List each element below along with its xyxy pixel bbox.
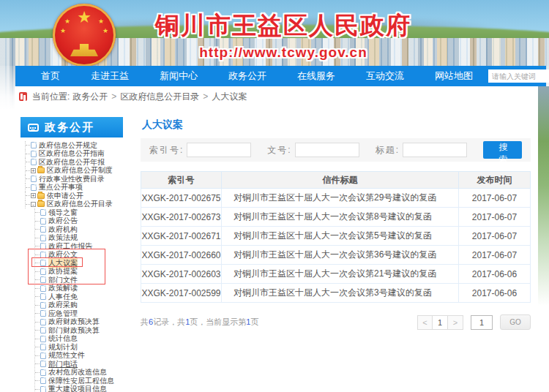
filter-groups: 索引号:文号:标题:	[149, 143, 483, 157]
record-title-link[interactable]: 对铜川市王益区十届人大一次会议第36号建议的复函	[222, 246, 459, 265]
column-header: 信件标题	[222, 172, 459, 189]
filter-label: 索引号:	[149, 144, 184, 157]
document-icon	[40, 319, 46, 325]
nav-item-3[interactable]: 政务公开	[213, 69, 282, 83]
breadcrumb-link[interactable]: 人大议案	[212, 91, 247, 102]
emblem-gate-icon	[70, 44, 98, 56]
summary-text: 页	[250, 317, 258, 326]
record-title-link[interactable]: 对铜川市王益区十届人大一次会议第3号建议的复函	[222, 284, 459, 303]
document-icon	[40, 209, 46, 216]
document-icon	[40, 336, 46, 342]
document-icon	[40, 226, 46, 233]
document-icon	[40, 285, 46, 292]
tree-item-label: 重大建设项目信息	[48, 384, 107, 392]
document-icon	[31, 142, 37, 148]
tree-connector	[26, 178, 30, 179]
record-title-link[interactable]: 对铜川市王益区十届人大一次会议第5号建议的复函	[222, 227, 459, 246]
breadcrumb-link[interactable]: 区政府信息公开目录	[120, 91, 199, 102]
nav-item-0[interactable]: 首页	[26, 69, 75, 83]
document-icon	[40, 243, 46, 249]
nav-item-4[interactable]: 在线服务	[282, 69, 351, 83]
document-icon	[31, 151, 37, 157]
goto-page-input[interactable]	[471, 315, 493, 330]
document-icon	[40, 386, 46, 392]
records-table: 索引号信件标题发布时间 XXGK-2017-002675对铜川市王益区十届人大一…	[141, 171, 531, 303]
tree-children: 领导之窗政府公告政府机构政策法规政府工作报告政府公文人大议案政协提案部门文件政策…	[34, 208, 129, 392]
tree-connector	[35, 246, 40, 246]
document-icon	[40, 268, 46, 275]
expander-icon[interactable]: +	[31, 168, 36, 173]
tree-item[interactable]: 重大建设项目信息	[35, 385, 129, 392]
site-header-text: 铜川市王益区人民政府 http://www.tcwy.gov.cn	[155, 10, 411, 61]
filter-input-0[interactable]	[187, 143, 251, 157]
national-emblem-icon: ★ ★ ★ ★ ★	[53, 4, 116, 67]
breadcrumb-prefix: 当前位置:	[32, 91, 70, 103]
emblem-small-star-icon: ★	[102, 28, 108, 34]
record-title-link[interactable]: 对铜川市王益区十届人大一次会议第29号建议的复函	[222, 189, 459, 208]
breadcrumb-separator: >	[203, 91, 208, 102]
table-row: XXGK-2017-002599对铜川市王益区十届人大一次会议第3号建议的复函2…	[141, 284, 531, 303]
filter-bar: 索引号:文号:标题: 搜 索	[141, 138, 531, 162]
tree-connector	[26, 204, 30, 205]
record-index: XXGK-2017-002675	[141, 189, 222, 208]
filter-input-1[interactable]	[295, 143, 359, 157]
record-date: 2017-06-06	[459, 265, 531, 284]
document-icon	[40, 252, 46, 258]
tree-connector	[26, 162, 30, 162]
document-icon	[40, 302, 46, 309]
tree-connector	[35, 271, 40, 272]
tree-connector	[35, 347, 40, 347]
nav-item-5[interactable]: 互动交流	[351, 69, 419, 83]
folder-icon	[37, 167, 45, 173]
nav-item-6[interactable]: 网站地图	[419, 69, 488, 83]
search-input[interactable]	[488, 69, 549, 83]
document-icon	[40, 218, 46, 225]
record-date: 2017-06-07	[459, 246, 531, 265]
current-page-button[interactable]: 1	[433, 315, 448, 330]
tree-connector	[26, 187, 30, 188]
nav-item-1[interactable]: 走进王益	[75, 69, 144, 83]
expander-icon[interactable]: +	[31, 193, 36, 198]
site-title: 铜川市王益区人民政府	[155, 10, 411, 42]
prev-page-button[interactable]: <	[417, 315, 433, 330]
table-search-button[interactable]: 搜 索	[483, 141, 522, 159]
document-icon	[40, 353, 46, 359]
go-button[interactable]: GO	[500, 314, 531, 330]
filter-group-1: 文号:	[267, 143, 359, 157]
emblem-small-star-icon: ★	[64, 18, 70, 25]
filter-label: 标题:	[376, 144, 400, 157]
record-title-link[interactable]: 对铜川市王益区十届人大一次会议第21号建议的复函	[222, 265, 459, 284]
tree-connector	[35, 279, 40, 280]
tree-connector	[35, 296, 40, 297]
record-index: XXGK-2017-002660	[141, 246, 222, 265]
nav-item-2[interactable]: 新闻中心	[144, 69, 213, 83]
document-icon	[40, 310, 46, 317]
tree-connector	[35, 263, 40, 263]
table-body: XXGK-2017-002675对铜川市王益区十届人大一次会议第29号建议的复函…	[141, 189, 531, 303]
tree-connector	[35, 330, 40, 331]
breadcrumb-link[interactable]: 政务公开	[72, 91, 108, 102]
document-icon	[31, 184, 37, 191]
document-icon	[31, 176, 37, 182]
emblem-small-star-icon: ★	[60, 28, 66, 34]
location-icon	[19, 92, 27, 101]
column-header: 索引号	[141, 172, 222, 189]
tree-connector	[35, 380, 40, 381]
tree-connector	[35, 372, 40, 373]
pagination-controls: < 1 > GO	[417, 314, 531, 330]
document-icon	[31, 159, 37, 165]
filter-input-2[interactable]	[403, 143, 467, 157]
record-index: XXGK-2017-002671	[141, 227, 222, 246]
next-page-button[interactable]: >	[448, 315, 463, 330]
document-icon	[40, 260, 46, 266]
record-index: XXGK-2017-002599	[141, 284, 222, 303]
tree-connector	[35, 355, 40, 356]
table-row: XXGK-2017-002603对铜川市王益区十届人大一次会议第21号建议的复函…	[141, 265, 531, 284]
expander-icon[interactable]: -	[31, 202, 36, 207]
record-title-link[interactable]: 对铜川市王益区十届人大一次会议第8号建议的复函	[222, 208, 459, 227]
main-content: 人大议案 索引号:文号:标题: 搜 索 索引号信件标题发布时间 XXGK-201…	[141, 117, 531, 330]
table-header-row: 索引号信件标题发布时间	[141, 172, 531, 189]
breadcrumb: 当前位置: 政务公开>区政府信息公开目录>人大议案	[15, 86, 538, 107]
folder-icon	[37, 201, 45, 207]
document-icon	[40, 327, 46, 333]
